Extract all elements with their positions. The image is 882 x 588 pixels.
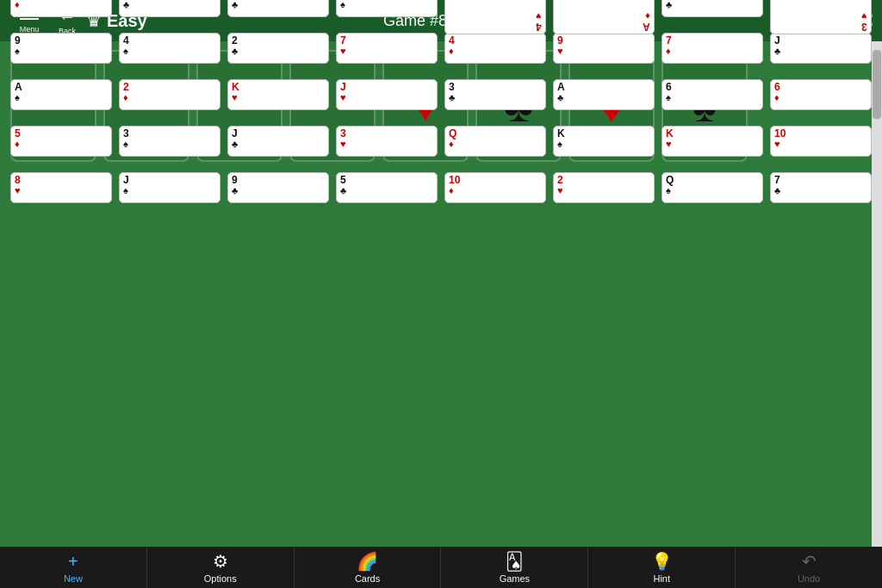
- table-row[interactable]: 5♣: [336, 172, 438, 203]
- hint-button[interactable]: 💡 Hint: [588, 547, 736, 588]
- table-row[interactable]: 9♥: [553, 33, 655, 64]
- table-row[interactable]: J♣: [227, 126, 329, 157]
- column-3[interactable]: 9♣J♣K♥2♣8♣Q♠7♠7♠♠: [227, 172, 329, 430]
- undo-icon: ↶: [802, 551, 817, 572]
- table-row[interactable]: Q♦: [444, 126, 546, 157]
- options-icon: ⚙: [213, 551, 228, 572]
- column-1[interactable]: 8♥5♦A♠9♠8♦5♥5♠5♠♠: [10, 172, 112, 430]
- undo-button[interactable]: ↶ Undo: [736, 547, 882, 588]
- column-2[interactable]: J♠3♠2♦4♠10♣Q♥A♣A♣♣: [119, 172, 220, 430]
- table-row[interactable]: 5♦: [10, 126, 112, 157]
- column-4[interactable]: 5♣3♥J♥7♥K♠10♠4♠4♠♠: [336, 172, 438, 430]
- table-row[interactable]: K♥: [227, 79, 329, 110]
- table-row[interactable]: 6♦: [770, 79, 872, 110]
- table-row[interactable]: 6♠: [662, 79, 763, 110]
- table-row[interactable]: 4♦: [444, 33, 546, 64]
- games-label: Games: [500, 573, 530, 584]
- table-row[interactable]: 7♦: [662, 33, 763, 64]
- table-row[interactable]: K♠: [553, 126, 655, 157]
- undo-label: Undo: [798, 573, 820, 584]
- table-row[interactable]: 4♥4♥♥: [444, 0, 546, 34]
- table-row[interactable]: 9♣: [227, 172, 329, 203]
- cards-icon: 🌈: [357, 551, 378, 572]
- hint-label: Hint: [653, 573, 670, 584]
- options-button[interactable]: ⚙ Options: [147, 547, 295, 588]
- table-row[interactable]: Q♠: [662, 172, 763, 203]
- table-row[interactable]: 7♣: [770, 172, 872, 203]
- cards-button[interactable]: 🌈 Cards: [295, 547, 442, 588]
- table-row[interactable]: 3♠: [119, 126, 220, 157]
- new-icon: +: [68, 552, 78, 572]
- table-row[interactable]: 10♦: [444, 172, 546, 203]
- table-row[interactable]: 8♦: [10, 0, 112, 17]
- table-row[interactable]: 4♠: [119, 33, 220, 64]
- hint-icon: 💡: [651, 551, 673, 572]
- table-row[interactable]: 10♥: [770, 126, 872, 157]
- column-5[interactable]: 10♦Q♦3♣4♦2♥4♥4♥♥: [444, 172, 546, 430]
- table-row[interactable]: A♣: [553, 79, 655, 110]
- options-label: Options: [204, 573, 237, 584]
- games-button[interactable]: 🂡 Games: [441, 547, 588, 588]
- table-row[interactable]: 9♠: [10, 33, 112, 64]
- table-row[interactable]: 3♥: [336, 126, 438, 157]
- table-row[interactable]: J♥: [336, 79, 438, 110]
- columns: 8♥5♦A♠9♠8♦5♥5♠5♠♠J♠3♠2♦4♠10♣Q♥A♣A♣♣9♣J♣K…: [7, 172, 875, 430]
- column-6[interactable]: 2♥K♠A♣9♥8♠A♦A♦♦: [553, 172, 655, 430]
- table-row[interactable]: 2♦: [119, 79, 220, 110]
- table-row[interactable]: 3♥3♥♥: [770, 0, 872, 34]
- table-row[interactable]: 7♥: [336, 33, 438, 64]
- table-row[interactable]: K♠: [336, 0, 438, 17]
- column-7[interactable]: Q♠K♥6♠7♦9♣6♣9♦9♦♦: [662, 172, 763, 430]
- table-row[interactable]: A♦A♦♦: [553, 0, 655, 34]
- table-row[interactable]: 8♥: [10, 172, 112, 203]
- table-row[interactable]: 3♣: [444, 79, 546, 110]
- table-row[interactable]: J♠: [119, 172, 220, 203]
- scrollbar[interactable]: [872, 41, 882, 547]
- table-row[interactable]: 8♣: [227, 0, 329, 17]
- table-row[interactable]: 9♣: [662, 0, 763, 17]
- table-row[interactable]: K♥: [662, 126, 763, 157]
- table-row[interactable]: A♠: [10, 79, 112, 110]
- bottom-bar: + New ⚙ Options 🌈 Cards 🂡 Games 💡 Hint ↶…: [0, 547, 882, 588]
- games-icon: 🂡: [506, 551, 523, 572]
- game-area: ♥ ♣ ♦ ♠ 8♥5♦A♠9♠8♦5♥5♠5♠♠J♠3♠2♦4♠10♣Q♥A♣…: [0, 41, 882, 547]
- table-row[interactable]: 10♣: [119, 0, 220, 17]
- cards-label: Cards: [355, 573, 380, 584]
- column-8[interactable]: 7♣10♥6♦J♣6♥3♥3♥♥: [770, 172, 872, 430]
- scroll-thumb: [873, 50, 881, 119]
- table-row[interactable]: 2♥: [553, 172, 655, 203]
- table-row[interactable]: J♣: [770, 33, 872, 64]
- table-row[interactable]: 2♣: [227, 33, 329, 64]
- new-button[interactable]: + New: [0, 547, 147, 588]
- new-label: New: [64, 573, 83, 584]
